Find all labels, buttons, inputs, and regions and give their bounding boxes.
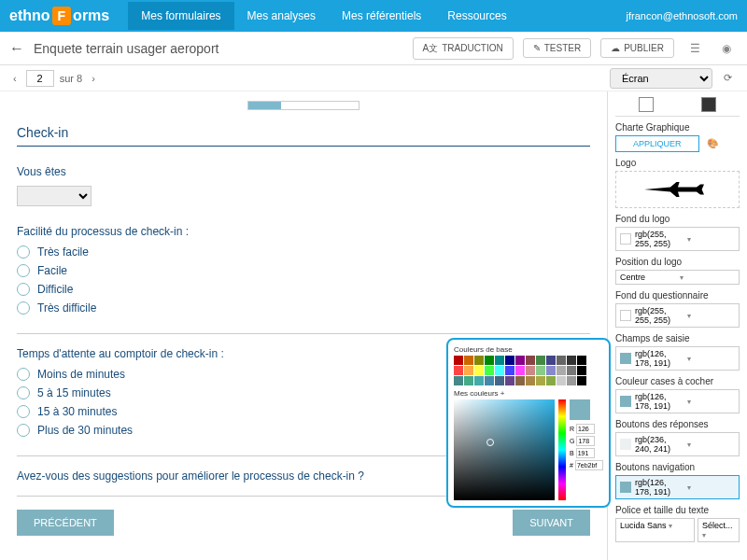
base-color-grid[interactable] (454, 356, 603, 385)
tab-mes-formulaires[interactable]: Mes formulaires (128, 2, 233, 30)
tab-mes-referentiels[interactable]: Mes référentiels (329, 2, 434, 30)
position-logo-field[interactable]: Centre▾ (615, 270, 740, 285)
q3-opt-2-label: 15 à 30 minutes (37, 405, 117, 418)
q3-opt-1-label: 5 à 15 minutes (37, 386, 111, 399)
swatch-icon (620, 396, 631, 407)
eye-icon[interactable]: ◉ (715, 37, 738, 60)
top-nav-bar: ethno F orms Mes formulaires Mes analyse… (0, 0, 747, 32)
caret-icon: ▾ (687, 398, 736, 406)
boutons-rep-field[interactable]: rgb(236, 240, 241)▾ (615, 432, 740, 456)
q2-opt-1-label: Facile (37, 264, 67, 277)
question-facilite: Facilité du processus de check-in : Très… (17, 225, 590, 315)
divider (17, 333, 590, 334)
traduction-button[interactable]: A文TRADUCTION (413, 37, 514, 60)
saturation-gradient[interactable] (454, 399, 555, 500)
plus-icon[interactable]: + (500, 389, 505, 398)
fond-quest-label: Fond du questionnaire (615, 290, 740, 301)
boutons-nav-field[interactable]: rgb(126, 178, 191)▾ (615, 475, 740, 499)
boutons-nav-label: Boutons navigation (615, 462, 740, 472)
color-preview-swatch (570, 399, 590, 420)
cases-field[interactable]: rgb(126, 178, 191)▾ (615, 389, 740, 413)
caret-icon: ▾ (669, 522, 672, 530)
page-number-input[interactable] (26, 70, 54, 87)
palette-icon[interactable]: 🎨 (707, 138, 718, 148)
caret-icon: ▾ (687, 312, 736, 320)
caret-icon: ▾ (687, 441, 736, 449)
q3-opt-0-label: Moins de minutes (37, 368, 125, 381)
save-tab-icon[interactable] (701, 97, 716, 112)
font-row: Lucida Sans ▾ Sélect... ▾ (615, 518, 740, 542)
back-arrow-icon[interactable]: ← (9, 40, 24, 57)
font-size-select[interactable]: Sélect... ▾ (698, 518, 740, 542)
q1-label: Vous êtes (17, 165, 590, 178)
hue-slider[interactable] (558, 399, 566, 500)
app-logo: ethno F orms (9, 7, 109, 25)
q2-opt-2[interactable]: Difficile (17, 283, 590, 296)
color-picker-popup: Couleurs de base Mes couleurs + R G B # (446, 338, 611, 508)
font-family-select[interactable]: Lucida Sans ▾ (615, 518, 695, 542)
base-colors-label: Couleurs de base (454, 345, 603, 354)
champs-field[interactable]: rgb(126, 178, 191)▾ (615, 346, 740, 371)
publier-label: PUBLIER (624, 43, 664, 53)
hash-label: # (570, 462, 573, 469)
logo-part3: orms (73, 7, 109, 24)
pager-prev-icon[interactable]: ‹ (9, 73, 21, 84)
fond-logo-field[interactable]: rgb(255, 255, 255)▾ (615, 227, 740, 251)
tester-label: TESTER (544, 43, 581, 53)
form-toolbar: ← Enquete terrain usager aeroport A文TRAD… (0, 32, 747, 65)
r-input[interactable] (576, 424, 595, 434)
fond-logo-label: Fond du logo (615, 214, 740, 224)
g-input[interactable] (576, 436, 595, 446)
suivant-button[interactable]: SUIVANT (513, 510, 590, 536)
position-logo-value: Centre (620, 273, 676, 282)
progress-bar (247, 101, 359, 110)
cases-label: Couleur cases à cocher (615, 376, 740, 386)
q2-label: Facilité du processus de check-in : (17, 225, 590, 238)
radio-icon (17, 386, 30, 399)
progress-fill (248, 102, 281, 109)
caret-icon: ▾ (702, 531, 706, 539)
font-family-value: Lucida Sans (620, 521, 667, 530)
picker-values: R G B # (570, 399, 603, 500)
layout-tab-icon[interactable] (639, 97, 654, 112)
logo-part1: ethno (9, 7, 50, 24)
position-logo-label: Position du logo (615, 257, 740, 267)
precedent-button[interactable]: PRÉCÉDENT (17, 510, 114, 536)
swatch-icon (620, 439, 631, 450)
tab-ressources[interactable]: Ressources (434, 2, 519, 30)
q2-opt-1[interactable]: Facile (17, 264, 590, 277)
fond-logo-value: rgb(255, 255, 255) (635, 230, 684, 248)
logo-preview[interactable] (615, 171, 740, 208)
tester-button[interactable]: ✎TESTER (523, 38, 591, 58)
gradient-cursor-icon (486, 439, 494, 446)
pager-bar: ‹ sur 8 › Écran ⟳ (0, 65, 747, 91)
b-input[interactable] (576, 448, 595, 458)
user-email[interactable]: jfrancon@ethnosoft.com (627, 10, 738, 21)
q1-select[interactable] (17, 186, 92, 206)
fond-quest-value: rgb(255, 255, 255) (635, 306, 684, 325)
pencil-icon: ✎ (533, 43, 541, 53)
radio-icon (17, 405, 30, 418)
nav-buttons: PRÉCÉDENT SUIVANT (17, 510, 590, 536)
fond-quest-field[interactable]: rgb(255, 255, 255)▾ (615, 303, 740, 328)
apply-button[interactable]: APPLIQUER (615, 135, 699, 152)
radio-icon (17, 368, 30, 381)
my-colors-label: Mes couleurs + (454, 389, 603, 398)
tab-mes-analyses[interactable]: Mes analyses (234, 2, 329, 30)
q2-opt-2-label: Difficile (37, 283, 73, 296)
pager-next-icon[interactable]: › (88, 73, 99, 84)
boutons-rep-value: rgb(236, 240, 241) (635, 435, 684, 454)
q3-opt-3-label: Plus de 30 minutes (37, 424, 133, 437)
screen-select[interactable]: Écran (610, 68, 712, 89)
q2-opt-3[interactable]: Très difficile (17, 301, 590, 315)
hex-input[interactable] (575, 460, 603, 470)
picker-body: R G B # (454, 399, 603, 500)
g-label: G (570, 438, 574, 444)
refresh-icon[interactable]: ⟳ (718, 72, 738, 84)
list-view-icon[interactable]: ☰ (684, 37, 706, 60)
q2-opt-3-label: Très difficile (37, 301, 96, 315)
publier-button[interactable]: ☁PUBLIER (600, 38, 674, 58)
radio-icon (17, 283, 30, 296)
q2-opt-0[interactable]: Très facile (17, 245, 590, 259)
radio-icon (17, 424, 30, 437)
